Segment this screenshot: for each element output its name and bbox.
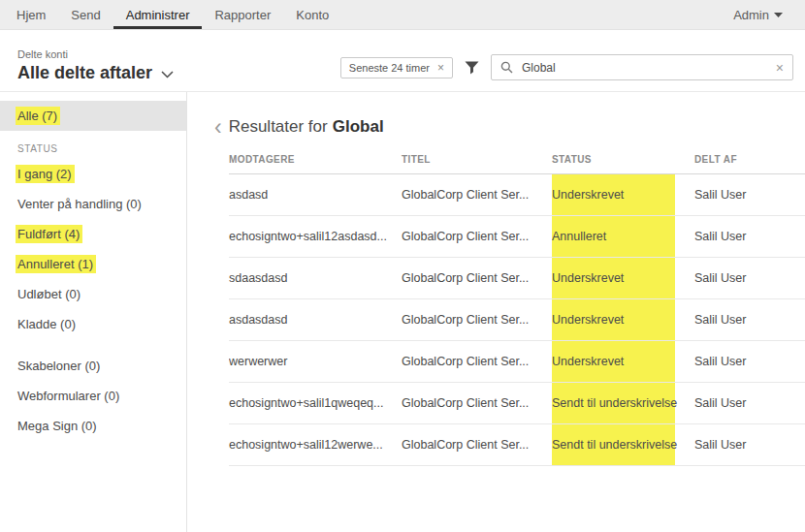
cell-modtagere: asdasdasd xyxy=(229,299,402,341)
cell-status: Sendt til underskrivelse xyxy=(552,424,694,466)
sidebar-item-label: Annulleret (1) xyxy=(16,255,96,273)
back-chevron-icon[interactable]: ‹ xyxy=(214,119,222,136)
agreements-table: MODTAGERE TITEL STATUS DELT AF asdasd Gl… xyxy=(229,144,805,466)
cell-delt-af: Salil User xyxy=(694,216,805,258)
sidebar-item-label: Udløbet (0) xyxy=(17,287,80,301)
nav-tab[interactable]: Hjem xyxy=(4,0,58,29)
column-header-delt-af: DELT AF xyxy=(694,144,805,174)
cell-titel: GlobalCorp Client Ser... xyxy=(402,174,552,216)
cell-modtagere: echosigntwo+salil12asdasd... xyxy=(229,216,402,258)
sidebar-item[interactable]: Venter på handling (0) xyxy=(0,189,186,219)
sidebar: Alle (7) STATUS I gang (2) Venter på han… xyxy=(0,92,187,532)
cell-status: Underskrevet xyxy=(552,258,694,299)
results-search-term: Global xyxy=(333,117,384,137)
sidebar-divider xyxy=(0,339,186,351)
sidebar-item[interactable]: I gang (2) xyxy=(0,159,186,189)
table-row[interactable]: werwerwer GlobalCorp Client Ser... Under… xyxy=(229,341,805,383)
status-highlight: Sendt til underskrivelse xyxy=(552,424,675,465)
caret-down-icon xyxy=(774,13,783,17)
status-highlight: Underskrevet xyxy=(552,174,675,215)
sidebar-item-label: I gang (2) xyxy=(16,165,75,183)
sidebar-item-label: Kladde (0) xyxy=(17,317,76,331)
cell-delt-af: Salil User xyxy=(694,174,805,216)
column-header-status: STATUS xyxy=(552,144,694,174)
cell-status: Underskrevet xyxy=(552,341,694,383)
nav-tabs: Hjem Send Administrer Rapporter Konto xyxy=(4,0,341,29)
status-highlight: Underskrevet xyxy=(552,341,675,382)
page-header: Delte konti Alle delte aftaler Seneste 2… xyxy=(0,30,805,92)
nav-tab[interactable]: Konto xyxy=(283,0,341,29)
cell-titel: GlobalCorp Client Ser... xyxy=(402,258,552,299)
sidebar-bottom-list: Skabeloner (0) Webformularer (0) Mega Si… xyxy=(0,351,186,441)
search-input[interactable] xyxy=(520,60,769,76)
cell-delt-af: Salil User xyxy=(694,383,805,424)
nav-right: Admin xyxy=(721,0,805,29)
sidebar-item-label: Venter på handling (0) xyxy=(17,197,142,211)
table-row[interactable]: echosigntwo+salil1qweqeq... GlobalCorp C… xyxy=(229,383,805,424)
cell-titel: GlobalCorp Client Ser... xyxy=(402,299,552,341)
page-title: Alle delte aftaler xyxy=(17,63,152,83)
cell-delt-af: Salil User xyxy=(694,299,805,341)
cell-titel: GlobalCorp Client Ser... xyxy=(402,424,552,466)
cell-titel: GlobalCorp Client Ser... xyxy=(402,341,552,383)
header-controls: Seneste 24 timer × × xyxy=(340,54,793,80)
status-highlight: Annulleret xyxy=(552,216,675,257)
search-icon xyxy=(500,61,513,74)
cell-titel: GlobalCorp Client Ser... xyxy=(402,216,552,258)
search-box: × xyxy=(491,54,793,80)
cell-status: Underskrevet xyxy=(552,299,694,341)
sidebar-item-label: Alle (7) xyxy=(16,107,60,125)
search-clear-icon[interactable]: × xyxy=(776,61,784,75)
sidebar-item[interactable]: Fuldført (4) xyxy=(0,219,186,249)
chevron-down-icon xyxy=(161,71,174,78)
table-row[interactable]: sdaasdasd GlobalCorp Client Ser... Under… xyxy=(229,258,805,299)
sidebar-status-list: I gang (2) Venter på handling (0) Fuldfø… xyxy=(0,159,186,339)
cell-modtagere: werwerwer xyxy=(229,341,402,383)
cell-status: Annulleret xyxy=(552,216,694,258)
filter-chip-label: Seneste 24 timer xyxy=(349,62,430,74)
cell-modtagere: asdasd xyxy=(229,174,402,216)
sidebar-item[interactable]: Udløbet (0) xyxy=(0,279,186,309)
sidebar-item[interactable]: Kladde (0) xyxy=(0,309,186,339)
filter-funnel-icon[interactable] xyxy=(465,61,479,75)
table-row[interactable]: echosigntwo+salil12asdasd... GlobalCorp … xyxy=(229,216,805,258)
breadcrumb: Delte konti xyxy=(17,48,174,60)
table-row[interactable]: echosigntwo+salil12werwe... GlobalCorp C… xyxy=(229,424,805,466)
sidebar-item[interactable]: Annulleret (1) xyxy=(0,249,186,279)
cell-modtagere: echosigntwo+salil1qweqeq... xyxy=(229,383,402,424)
results-title: Resultater for xyxy=(229,117,328,137)
sidebar-item-label: Skabeloner (0) xyxy=(17,359,100,373)
sidebar-item[interactable]: Mega Sign (0) xyxy=(0,411,186,441)
table-row[interactable]: asdasdasd GlobalCorp Client Ser... Under… xyxy=(229,299,805,341)
sidebar-item-label: Mega Sign (0) xyxy=(17,419,97,433)
header-left: Delte konti Alle delte aftaler xyxy=(17,48,174,83)
cell-titel: GlobalCorp Client Ser... xyxy=(402,383,552,424)
column-header-modtagere: MODTAGERE xyxy=(229,144,402,174)
filter-chip[interactable]: Seneste 24 timer × xyxy=(340,57,453,78)
table-row[interactable]: asdasd GlobalCorp Client Ser... Underskr… xyxy=(229,174,805,216)
page-title-dropdown[interactable]: Alle delte aftaler xyxy=(17,63,174,83)
sidebar-item-label: Fuldført (4) xyxy=(16,225,82,243)
nav-tab[interactable]: Administrer xyxy=(113,0,203,29)
status-highlight: Sendt til underskrivelse xyxy=(552,383,675,423)
nav-tab[interactable]: Send xyxy=(58,0,113,29)
results-header: ‹ Resultater for Global xyxy=(214,117,805,137)
status-highlight: Underskrevet xyxy=(552,299,675,340)
status-highlight: Underskrevet xyxy=(552,258,675,298)
cell-status: Sendt til underskrivelse xyxy=(552,383,694,424)
user-menu[interactable]: Admin xyxy=(721,0,795,29)
sidebar-item-label: Webformularer (0) xyxy=(17,389,119,403)
cell-delt-af: Salil User xyxy=(694,424,805,466)
cell-status: Underskrevet xyxy=(552,174,694,216)
page-body: Alle (7) STATUS I gang (2) Venter på han… xyxy=(0,92,805,532)
sidebar-item-alle[interactable]: Alle (7) xyxy=(0,101,186,131)
sidebar-item[interactable]: Webformularer (0) xyxy=(0,381,186,411)
cell-modtagere: echosigntwo+salil12werwe... xyxy=(229,424,402,466)
column-header-titel: TITEL xyxy=(402,144,552,174)
user-menu-label: Admin xyxy=(733,8,769,22)
cell-delt-af: Salil User xyxy=(694,258,805,299)
chip-remove-icon[interactable]: × xyxy=(437,62,444,74)
sidebar-section-status: STATUS xyxy=(0,131,186,159)
nav-tab[interactable]: Rapporter xyxy=(202,0,283,29)
sidebar-item[interactable]: Skabeloner (0) xyxy=(0,351,186,381)
